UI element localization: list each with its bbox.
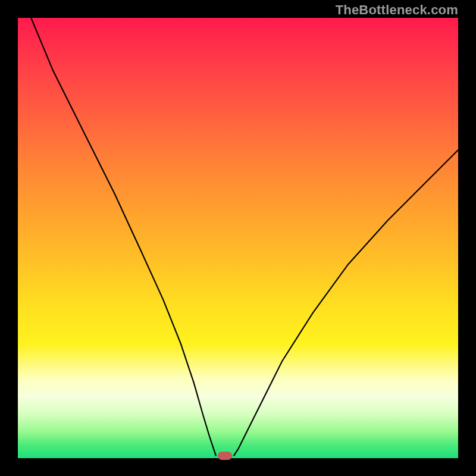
curve-right-branch [234, 150, 458, 456]
chart-frame: TheBottleneck.com [0, 0, 476, 476]
watermark-text: TheBottleneck.com [336, 2, 458, 18]
curve-left-branch [31, 18, 216, 456]
optimal-point-marker [218, 452, 232, 460]
bottleneck-curve [18, 18, 458, 458]
